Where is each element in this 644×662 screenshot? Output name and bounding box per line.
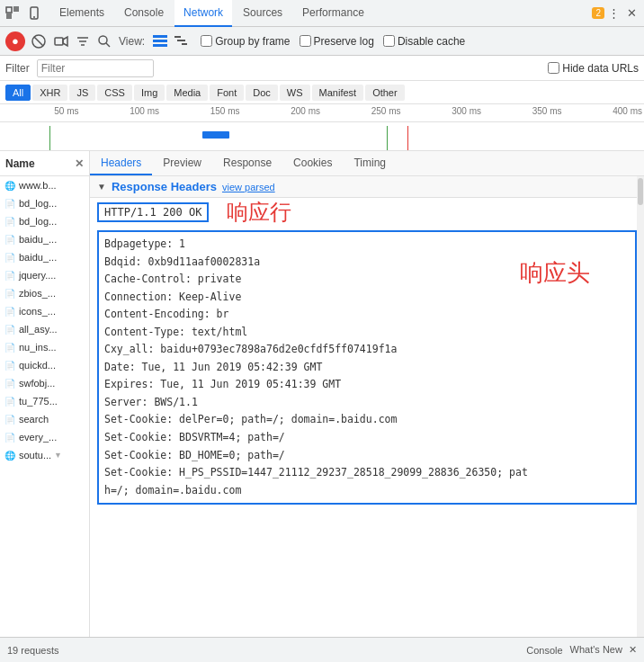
details-panel: Headers Preview Response Cookies Timing …	[90, 151, 644, 637]
tab-headers[interactable]: Headers	[90, 151, 152, 175]
list-item[interactable]: 📄 zbios_...	[0, 284, 89, 302]
filter-icon[interactable]	[74, 32, 92, 50]
tab-sources[interactable]: Sources	[234, 0, 291, 27]
view-label: View:	[119, 35, 145, 48]
type-img-button[interactable]: Img	[134, 85, 165, 101]
device-icon[interactable]	[25, 4, 43, 22]
file-doc-icon: 📄	[4, 359, 16, 371]
file-name: zbios_...	[19, 288, 56, 299]
tab-cookies[interactable]: Cookies	[282, 151, 343, 175]
list-item[interactable]: 📄 swfobj...	[0, 374, 89, 392]
type-manifest-button[interactable]: Manifest	[312, 85, 364, 101]
annotation-response-head: 响应头	[520, 257, 590, 289]
tab-performance[interactable]: Performance	[293, 0, 373, 27]
detail-content[interactable]: ▼ Response Headers view parsed HTTP/1.1 …	[90, 176, 644, 637]
timeline-vline-green	[49, 126, 50, 151]
header-entry: Set-Cookie: delPer=0; path=/; domain=.ba…	[104, 411, 630, 429]
tab-network[interactable]: Network	[174, 0, 232, 27]
more-icon[interactable]: ⋮	[604, 4, 622, 22]
group-by-frame-label[interactable]: Group by frame	[201, 35, 290, 48]
type-css-button[interactable]: CSS	[97, 85, 132, 101]
whats-new-tab-bottom[interactable]: What's New ✕	[570, 644, 637, 656]
list-view-icon[interactable]	[150, 31, 170, 51]
group-by-frame-checkbox[interactable]	[201, 35, 212, 47]
file-name: nu_ins...	[19, 342, 57, 353]
type-ws-button[interactable]: WS	[280, 85, 310, 101]
disable-cache-label[interactable]: Disable cache	[383, 35, 465, 48]
type-js-button[interactable]: JS	[69, 85, 95, 101]
list-item[interactable]: 📄 bd_log...	[0, 212, 89, 230]
tab-elements[interactable]: Elements	[50, 0, 113, 27]
clear-button[interactable]	[29, 31, 49, 51]
tab-preview[interactable]: Preview	[152, 151, 212, 175]
file-doc-icon: 📄	[4, 341, 16, 353]
type-all-button[interactable]: All	[5, 85, 31, 101]
collapse-triangle: ▼	[97, 182, 106, 192]
tab-bar-left: Elements Console Network Sources Perform…	[4, 0, 373, 27]
list-item[interactable]: 📄 tu_775...	[0, 392, 89, 410]
scrollbar[interactable]	[637, 176, 644, 637]
search-icon[interactable]	[95, 32, 113, 50]
waterfall-view-icon[interactable]	[172, 31, 192, 51]
whats-new-close-icon[interactable]: ✕	[629, 644, 637, 655]
file-doc-icon: 📄	[4, 377, 16, 389]
header-entry: h=/; domain=.baidu.com	[104, 482, 630, 500]
disable-cache-checkbox[interactable]	[383, 35, 395, 47]
preserve-log-checkbox[interactable]	[300, 35, 311, 47]
list-item[interactable]: 🌐 soutu... ▼	[0, 446, 89, 464]
list-item[interactable]: 📄 bd_log...	[0, 194, 89, 212]
inspect-icon[interactable]	[4, 4, 22, 22]
timeline-bars	[0, 122, 644, 149]
tick-1: 50 ms	[0, 106, 81, 116]
list-item[interactable]: 📄 search	[0, 410, 89, 428]
list-item[interactable]: 📄 every_...	[0, 428, 89, 446]
header-entry: Cxy_all: baidu+0793ec7898a76d2e0cfdf5ff0…	[104, 341, 630, 359]
close-icon[interactable]: ✕	[622, 4, 640, 22]
list-item[interactable]: 📄 quickd...	[0, 356, 89, 374]
hide-data-urls-checkbox[interactable]	[548, 62, 559, 74]
console-tab-bottom[interactable]: Console	[526, 645, 562, 656]
type-doc-button[interactable]: Doc	[246, 85, 278, 101]
toolbar: ● View: Group by frame Preserve log Disa…	[0, 27, 644, 56]
tick-3: 150 ms	[161, 106, 242, 116]
file-name: soutu...	[19, 450, 51, 461]
list-item[interactable]: 📄 nu_ins...	[0, 338, 89, 356]
tab-bar: Elements Console Network Sources Perform…	[0, 0, 644, 27]
header-entry: Bdpagetype: 1	[104, 236, 630, 254]
warning-badge: 2	[592, 7, 604, 19]
video-icon[interactable]	[52, 32, 70, 50]
preserve-log-label[interactable]: Preserve log	[300, 35, 374, 48]
type-xhr-button[interactable]: XHR	[32, 85, 67, 101]
list-item[interactable]: 📄 icons_...	[0, 302, 89, 320]
type-font-button[interactable]: Font	[210, 85, 244, 101]
file-doc-icon: 📄	[4, 413, 16, 425]
header-entry: Set-Cookie: H_PS_PSSID=1447_21112_29237_…	[104, 464, 630, 482]
file-doc-icon: 📄	[4, 431, 16, 443]
timeline-row: 50 ms 100 ms 150 ms 200 ms 250 ms 300 ms…	[0, 104, 644, 151]
file-doc-icon: 📄	[4, 269, 16, 282]
record-button[interactable]: ●	[5, 31, 25, 51]
tab-timing[interactable]: Timing	[343, 151, 397, 175]
list-item[interactable]: 🌐 www.b...	[0, 176, 89, 194]
list-item[interactable]: 📄 all_asy...	[0, 320, 89, 338]
filter-input[interactable]	[41, 62, 149, 75]
hide-data-urls-label[interactable]: Hide data URLs	[548, 62, 639, 75]
filter-input-wrap	[37, 59, 154, 77]
tab-response[interactable]: Response	[212, 151, 282, 175]
list-item[interactable]: 📄 jquery....	[0, 266, 89, 284]
view-parsed-link[interactable]: view parsed	[222, 182, 275, 192]
response-headers-section[interactable]: ▼ Response Headers view parsed	[90, 176, 644, 198]
type-media-button[interactable]: Media	[166, 85, 208, 101]
header-entry: Content-Type: text/html	[104, 324, 630, 342]
list-item[interactable]: 📄 baidu_...	[0, 230, 89, 248]
file-list-close-icon[interactable]: ✕	[75, 157, 84, 170]
timeline-vline-green2	[387, 126, 388, 151]
list-item[interactable]: 📄 baidu_...	[0, 248, 89, 266]
response-status-box: HTTP/1.1 200 OK	[97, 202, 209, 222]
svg-rect-11	[55, 38, 63, 45]
header-entry: Set-Cookie: BD_HOME=0; path=/	[104, 447, 630, 465]
tab-console[interactable]: Console	[115, 0, 173, 27]
type-other-button[interactable]: Other	[365, 85, 405, 101]
svg-marker-12	[63, 37, 67, 46]
file-name: swfobj...	[19, 378, 55, 389]
